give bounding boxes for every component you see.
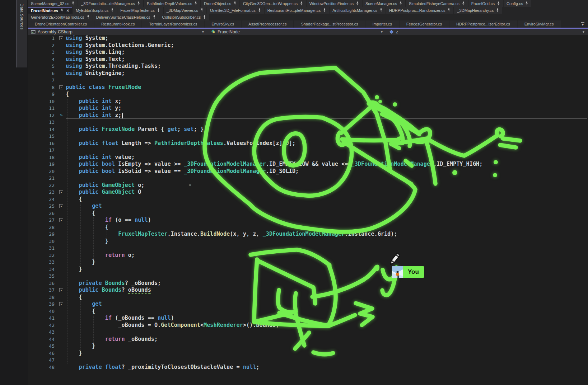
fold-collapse-button[interactable]: - [59,85,63,89]
code-line-15[interactable]: 15 [28,133,588,140]
code-line-21[interactable]: 21 [28,175,588,182]
pin-icon[interactable] [71,1,75,5]
pin-icon[interactable] [258,8,261,12]
pin-icon[interactable] [137,1,140,5]
code-line-36[interactable]: 36 private Bounds? _oBounds; [28,280,588,287]
tab-DeliverySurfaceClassHelper.cs[interactable]: DeliverySurfaceClassHelper.cs [93,14,159,20]
tab-EnviroSky.cs[interactable]: EnviroSky.cs [205,20,241,28]
pin-icon[interactable] [60,9,64,13]
tab-overflow-button[interactable]: ▼ [578,20,588,28]
tab-Config.cs[interactable]: Config.cs [504,0,531,7]
code-line-10[interactable]: 10 public int x; [28,98,588,105]
tab-TerrainLayerRandomizer.cs[interactable]: TerrainLayerRandomizer.cs [142,20,204,28]
code-line-45[interactable]: 45 } [28,343,588,350]
code-line-34[interactable]: 34 } [28,266,588,273]
pin-icon[interactable] [399,1,402,5]
pin-icon[interactable] [157,8,160,12]
tab-SimulatedFisheyeCamera.cs[interactable]: SimulatedFisheyeCamera.cs [406,0,468,7]
code-line-28[interactable]: 28 { [28,224,588,231]
pin-icon[interactable] [497,1,500,5]
tab-Importer.cs[interactable]: Importer.cs [365,20,398,28]
code-line-14[interactable]: 14 public FruxelNode Parent { get; set; … [28,126,588,133]
pin-icon[interactable] [462,1,465,5]
code-line-39[interactable]: 39- get [28,301,588,308]
pin-icon[interactable] [111,8,114,12]
code-line-18[interactable]: 18 public int value; [28,154,588,161]
tab-HDRPPostproc...Randomizer.cs[interactable]: HDRPPostproc...Randomizer.cs [386,7,454,14]
code-line-20[interactable]: 20 public bool IsSolid => value == _3DFo… [28,168,588,175]
code-line-35[interactable]: 35 [28,273,588,280]
code-line-22[interactable]: 22 public GameObject o; [28,182,588,189]
pin-icon[interactable] [379,8,383,12]
tab-Generator2ExportMapTools.cs[interactable]: Generator2ExportMapTools.cs [28,14,93,20]
code-line-11[interactable]: 11 public int y; [28,105,588,112]
code-line-44[interactable]: 44 return _oBounds; [28,336,588,343]
tab-_3DMapViewer.cs[interactable]: _3DMapViewer.cs [164,7,206,14]
tab-FruxelGrid.cs[interactable]: FruxelGrid.cs [468,0,503,7]
fold-collapse-button[interactable]: - [59,302,63,306]
pin-icon[interactable] [496,8,499,12]
tab-ArtificialLightsManager.cs[interactable]: ArtificialLightsManager.cs [330,7,386,14]
tab-DroneObject.cs[interactable]: DroneObject.cs [201,0,239,7]
pin-icon[interactable] [233,1,237,5]
tab-HDRPPostproce...izerEditor.cs[interactable]: HDRPPostproce...izerEditor.cs [449,20,517,28]
code-line-33[interactable]: 33 } [28,259,588,266]
code-line-5[interactable]: 5using System.Threading.Tasks; [28,63,588,70]
tab-SceneManager.cs[interactable]: SceneManager.cs [363,0,405,7]
tab-RestaurantHo...pleManager.cs[interactable]: RestaurantHo...pleManager.cs [265,7,329,14]
code-line-6[interactable]: 6using UnityEngine; [28,70,588,77]
tab-FencesGenerator.cs[interactable]: FencesGenerator.cs [400,20,449,28]
code-line-43[interactable]: 43 [28,329,588,336]
tab-CollisionSubscriber.cs[interactable]: CollisionSubscriber.cs [159,14,209,20]
code-line-29[interactable]: 29 FruxelMapTester.Instance.BuildNode(x,… [28,231,588,238]
pin-icon[interactable] [200,8,204,12]
code-line-12[interactable]: 12✎ public int z; [28,112,588,119]
code-line-47[interactable]: 47 [28,357,588,364]
tab-OneSec3D_FileFormat.cs[interactable]: OneSec3D_FileFormat.cs [207,7,264,14]
code-line-16[interactable]: 16 public float Length => PathfinderDept… [28,140,588,147]
code-line-40[interactable]: 40 { [28,308,588,315]
code-line-37[interactable]: 37- public Bounds? oBounds [28,287,588,294]
tab-SceneManager_02.cs[interactable]: SceneManager_02.cs [28,0,78,7]
code-line-4[interactable]: 4using System.Text; [28,56,588,63]
tab-WindowPositionFinder.cs[interactable]: WindowPositionFinder.cs [307,0,362,7]
code-line-23[interactable]: 23- public GameObject O [28,189,588,196]
pin-icon[interactable] [153,15,156,19]
tab-RestaurantHook.cs[interactable]: RestaurantHook.cs [94,20,142,28]
pin-icon[interactable] [356,1,359,5]
tab-DroneOrientationController.cs[interactable]: DroneOrientationController.cs [28,20,94,28]
code-line-38[interactable]: 38 { [28,294,588,301]
tab-FruxelNode.cs[interactable]: FruxelNode.cs✕ [28,7,72,14]
code-line-2[interactable]: 2using System.Collections.Generic; [28,42,588,49]
pin-icon[interactable] [203,15,206,19]
code-editor[interactable]: 1-using System;2using System.Collections… [28,35,588,385]
member-dropdown[interactable]: z ▼ [386,29,588,35]
tab-PathfinderDepthValues.cs[interactable]: PathfinderDepthValues.cs [144,0,200,7]
data-sources-vertical-tab[interactable]: Data Sources [16,0,27,67]
code-line-9[interactable]: 9{ [28,91,588,98]
code-line-8[interactable]: 8-public class FruxelNode [28,84,588,91]
code-line-48[interactable]: 48 private float? _proximityToClosestObs… [28,364,588,371]
tab-EnviroSkyMgr.cs[interactable]: EnviroSkyMgr.cs [518,20,561,28]
pin-icon[interactable] [87,15,90,19]
fold-collapse-button[interactable]: - [59,190,63,194]
code-line-42[interactable]: 42 _oBounds = O.GetComponent<MeshRendere… [28,322,588,329]
code-line-32[interactable]: 32 return o; [28,252,588,259]
code-line-41[interactable]: 41 if (_oBounds == null) [28,315,588,322]
project-dropdown[interactable]: Assembly-CSharp ▼ [28,29,207,35]
code-line-19[interactable]: 19 public bool IsEmpty => value >= _3DFo… [28,161,588,168]
pin-icon[interactable] [525,1,528,5]
pin-icon[interactable] [447,8,451,12]
chevron-down-icon[interactable]: ▼ [201,30,205,34]
code-line-27[interactable]: 27- if (o == null) [28,217,588,224]
type-dropdown[interactable]: FruxelNode ▼ [207,29,386,35]
fold-collapse-button[interactable]: - [59,288,63,292]
pin-icon[interactable] [300,1,303,5]
code-line-13[interactable]: 13 [28,119,588,126]
fold-collapse-button[interactable]: - [59,36,63,40]
code-line-1[interactable]: 1-using System; [28,35,588,42]
chevron-down-icon[interactable]: ▼ [380,30,383,34]
close-icon[interactable]: ✕ [66,9,69,13]
tab-_3DFoundatio...delManager.cs[interactable]: _3DFoundatio...delManager.cs [78,0,143,7]
tab-AssetPreprocessor.cs[interactable]: AssetPreprocessor.cs [242,20,293,28]
